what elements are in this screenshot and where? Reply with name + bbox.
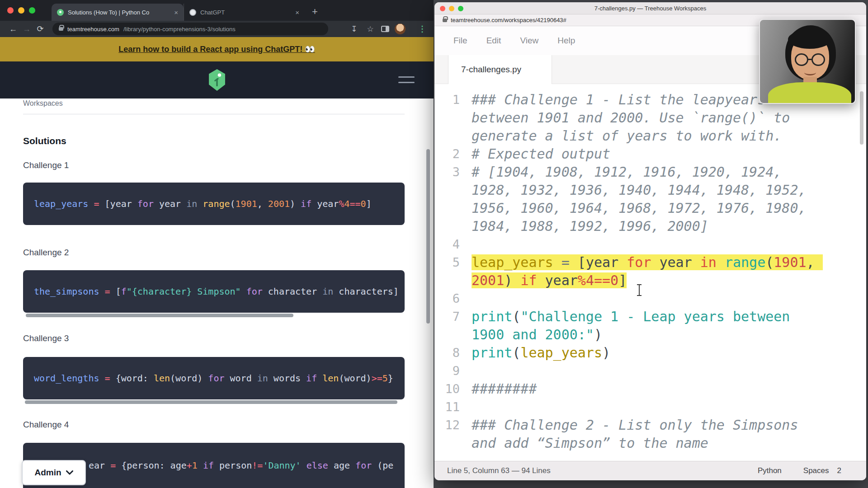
breadcrumb-workspaces[interactable]: Workspaces xyxy=(23,99,63,108)
cursor-position-status: Line 5, Column 63 — 94 Lines xyxy=(447,466,758,475)
lock-icon xyxy=(443,19,447,22)
menu-view[interactable]: View xyxy=(520,36,538,46)
glasses-bridge xyxy=(807,59,812,60)
code-snippet-block: word_lengths = {word: len(word) for word… xyxy=(23,357,405,399)
profile-avatar[interactable] xyxy=(395,23,406,34)
editor-line[interactable]: 3# [1904, 1908, 1912, 1916, 1920, 1924, … xyxy=(434,163,866,235)
menu-help[interactable]: Help xyxy=(557,36,575,46)
minimize-window-button[interactable] xyxy=(449,6,454,11)
back-icon[interactable]: ← xyxy=(6,24,20,34)
vertical-scrollbar-thumb[interactable] xyxy=(426,149,430,324)
challenge-label: Challenge 4 xyxy=(23,420,69,430)
admin-button-label: Admin xyxy=(34,468,61,478)
indent-mode-label[interactable]: Spaces xyxy=(803,466,829,475)
editor-line[interactable]: 6 xyxy=(434,290,866,308)
admin-dropdown-button[interactable]: Admin xyxy=(22,460,86,485)
close-window-button[interactable] xyxy=(7,7,14,14)
challenge-label: Challenge 3 xyxy=(23,333,69,343)
editor-line[interactable]: 10######## xyxy=(434,380,866,398)
promo-banner-link[interactable]: Learn how to build a React app using Cha… xyxy=(118,44,315,54)
line-number: 10 xyxy=(434,380,460,398)
new-tab-button[interactable]: + xyxy=(312,6,318,18)
traffic-lights xyxy=(0,7,41,14)
promo-banner: Learn how to build a React app using Cha… xyxy=(0,37,434,61)
code-line[interactable] xyxy=(472,362,824,380)
line-number: 7 xyxy=(434,308,460,344)
line-number: 5 xyxy=(434,253,460,290)
code-line[interactable]: # [1904, 1908, 1912, 1916, 1920, 1924, 1… xyxy=(472,163,824,235)
glasses-right-lens xyxy=(811,53,825,66)
line-number: 11 xyxy=(434,398,460,416)
code-line[interactable]: ### Challenge 2 - List only the Simpsons… xyxy=(472,416,824,452)
webcam-overlay xyxy=(759,19,856,104)
chevron-down-icon xyxy=(66,470,73,475)
treehouse-favicon xyxy=(57,9,64,16)
horizontal-scrollbar-thumb[interactable] xyxy=(25,400,397,404)
menu-edit[interactable]: Edit xyxy=(486,36,501,46)
tab-title: Solutions (How To) | Python Co xyxy=(68,9,170,16)
chatgpt-favicon xyxy=(189,9,196,16)
editor-line[interactable]: 7print("Challenge 1 - Leap years between… xyxy=(434,308,866,344)
editor-line[interactable]: 5leap_years = [year for year in range(19… xyxy=(434,253,866,290)
highlighted-code-line[interactable]: leap_years = [year for year in range(190… xyxy=(472,253,824,290)
page-title: Solutions xyxy=(23,136,66,146)
code-line[interactable]: print("Challenge 1 - Leap years between … xyxy=(472,308,824,344)
glasses-left-lens xyxy=(795,53,808,66)
editor-line[interactable]: 4 xyxy=(434,235,866,253)
close-tab-icon[interactable]: × xyxy=(295,9,299,16)
challenge-label: Challenge 1 xyxy=(23,160,69,170)
zoom-window-button[interactable] xyxy=(458,6,463,11)
close-tab-icon[interactable]: × xyxy=(174,9,178,16)
code-snippet-block: leap_years = [year for year in range(190… xyxy=(23,183,405,225)
editor-line[interactable]: 9 xyxy=(434,362,866,380)
browser-toolbar: ← → ⟳ teamtreehouse.com/library/python-c… xyxy=(0,21,434,37)
tab-title: ChatGPT xyxy=(200,9,291,16)
url-path: /library/python-comprehensions-3/solutio… xyxy=(123,26,236,33)
code-editor[interactable]: 1### Challenge 1 - List the leapyears be… xyxy=(434,85,866,461)
presenter-hair-fringe xyxy=(788,30,831,49)
download-icon[interactable]: ↧ xyxy=(349,24,359,34)
workspace-url: teamtreehouse.com/workspaces/42190643# xyxy=(451,17,566,23)
indent-size-value[interactable]: 2 xyxy=(837,466,841,475)
reload-icon[interactable]: ⟳ xyxy=(33,24,47,34)
code-line[interactable] xyxy=(472,290,824,308)
line-number: 8 xyxy=(434,344,460,362)
close-window-button[interactable] xyxy=(440,6,445,11)
text-cursor-pointer xyxy=(639,285,640,296)
line-number: 3 xyxy=(434,163,460,235)
line-number: 12 xyxy=(434,416,460,452)
minimize-window-button[interactable] xyxy=(18,7,24,14)
horizontal-scrollbar-thumb[interactable] xyxy=(26,314,293,317)
workspace-titlebar[interactable]: 7-challenges.py — Treehouse Workspaces xyxy=(434,2,866,14)
code-line[interactable]: ######## xyxy=(472,380,824,398)
browser-tab-chatgpt[interactable]: ChatGPT × xyxy=(184,4,305,21)
treehouse-logo[interactable] xyxy=(207,69,227,91)
forward-icon[interactable]: → xyxy=(20,24,33,34)
editor-scrollbar-thumb[interactable] xyxy=(860,91,863,145)
editor-tab-7-challenges[interactable]: 7-challenges.py xyxy=(448,55,552,84)
code-line[interactable]: print(leap_years) xyxy=(472,344,824,362)
code-line[interactable] xyxy=(472,398,824,416)
treehouse-header xyxy=(0,61,434,99)
browser-tab-solutions[interactable]: Solutions (How To) | Python Co × xyxy=(52,4,184,21)
browser-tabstrip: Solutions (How To) | Python Co × ChatGPT… xyxy=(0,0,434,21)
language-mode[interactable]: Python xyxy=(758,466,782,475)
editor-line[interactable]: 2# Expected output xyxy=(434,145,866,163)
code-line[interactable]: # Expected output xyxy=(472,145,824,163)
traffic-lights xyxy=(440,6,463,11)
bookmark-star-icon[interactable]: ☆ xyxy=(365,24,376,34)
hamburger-menu-icon[interactable] xyxy=(398,76,415,87)
editor-line[interactable]: 8print(leap_years) xyxy=(434,344,866,362)
menu-file[interactable]: File xyxy=(453,36,467,46)
side-panel-icon[interactable] xyxy=(381,26,389,32)
presenter-shirt xyxy=(768,82,851,104)
code-line[interactable] xyxy=(472,235,824,253)
editor-statusbar: Line 5, Column 63 — 94 Lines Python Spac… xyxy=(434,461,866,480)
section-divider xyxy=(23,114,405,114)
editor-line[interactable]: 12### Challenge 2 - List only the Simpso… xyxy=(434,416,866,452)
line-number: 9 xyxy=(434,362,460,380)
editor-line[interactable]: 11 xyxy=(434,398,866,416)
zoom-window-button[interactable] xyxy=(29,7,35,14)
address-bar[interactable]: teamtreehouse.com/library/python-compreh… xyxy=(52,23,328,35)
browser-menu-kebab-icon[interactable]: ⋮ xyxy=(417,24,427,34)
